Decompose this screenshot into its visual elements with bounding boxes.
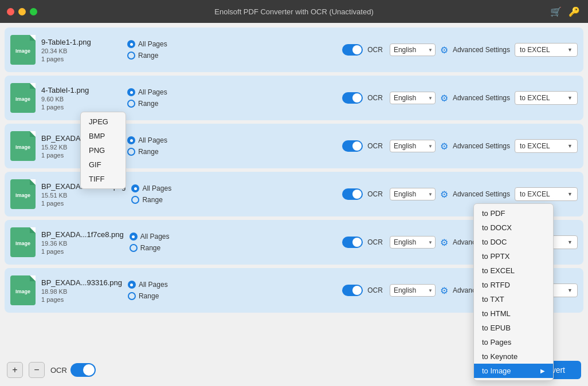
format-dropdown-menu[interactable]: to PDFto DOCXto DOCto PPTXto EXCELto RTF… [473, 203, 554, 381]
menu-item-to-pages[interactable]: to Pages [474, 335, 553, 349]
all-pages-option-0[interactable]: All Pages [127, 40, 179, 48]
range-option-3[interactable]: Range [131, 196, 183, 204]
file-pages-0: 1 pages [41, 56, 121, 62]
menu-item-to-pdf[interactable]: to PDF [474, 206, 553, 220]
all-pages-label-0: All Pages [138, 40, 167, 48]
ocr-toggle-3[interactable] [342, 188, 363, 200]
submenu-item-bmp[interactable]: BMP [81, 129, 126, 143]
menu-item-label: to TXT [482, 295, 504, 304]
bottom-ocr-control: OCR [50, 363, 96, 377]
file-info-5: BP_EXADA...93316.png 18.98 KB 1 pages [41, 278, 122, 303]
all-pages-option-3[interactable]: All Pages [131, 184, 183, 192]
all-pages-radio-3[interactable] [131, 184, 139, 192]
menu-item-to-rtfd[interactable]: to RTFD [474, 278, 553, 292]
advanced-settings-2[interactable]: Advanced Settings [453, 142, 510, 150]
remove-button[interactable]: − [29, 362, 45, 378]
gear-icon-1[interactable]: ⚙ [440, 93, 448, 104]
gear-icon-0[interactable]: ⚙ [440, 45, 448, 56]
language-dropdown-1[interactable]: English [390, 92, 436, 104]
all-pages-radio-0[interactable] [127, 40, 135, 48]
file-pages-3: 1 pages [41, 200, 126, 207]
language-dropdown-4[interactable]: English [390, 236, 436, 249]
range-radio-1[interactable] [127, 100, 135, 108]
range-option-0[interactable]: Range [127, 52, 179, 60]
file-icon-label-1: Image [15, 96, 30, 102]
menu-item-to-image[interactable]: to Image▶ [474, 364, 553, 378]
menu-item-to-html[interactable]: to HTML [474, 306, 553, 321]
app-title: Enolsoft PDF Converter with OCR (Unactiv… [214, 7, 373, 16]
close-button[interactable] [7, 8, 14, 15]
all-pages-option-5[interactable]: All Pages [128, 281, 179, 289]
all-pages-radio-1[interactable] [127, 88, 135, 96]
menu-item-to-epub[interactable]: to EPUB [474, 321, 553, 335]
ocr-toggle-4[interactable] [342, 237, 363, 248]
submenu-item-tiff[interactable]: TIFF [81, 172, 126, 186]
file-info-1: 4-TableI-1.png 9.60 KB 1 pages [41, 86, 121, 111]
gear-icon-2[interactable]: ⚙ [440, 141, 448, 152]
range-label-1: Range [138, 100, 158, 108]
range-radio-5[interactable] [128, 292, 136, 300]
page-options-2: All Pages Range [127, 136, 179, 156]
advanced-settings-1[interactable]: Advanced Settings [453, 94, 510, 102]
ocr-label-2: OCR [367, 142, 383, 150]
gear-icon-5[interactable]: ⚙ [440, 285, 448, 296]
range-radio-3[interactable] [131, 196, 139, 204]
ocr-toggle-2[interactable] [342, 140, 363, 152]
submenu-item-jpeg[interactable]: JPEG [81, 115, 126, 129]
format-button-2[interactable]: to EXCEL [515, 139, 578, 153]
ocr-toggle-main[interactable] [70, 363, 96, 377]
language-dropdown-5[interactable]: English [390, 284, 436, 297]
all-pages-radio-5[interactable] [128, 281, 136, 289]
range-label-3: Range [142, 196, 162, 204]
cart-icon[interactable]: 🛒 [550, 6, 562, 17]
all-pages-radio-4[interactable] [130, 233, 138, 241]
format-button-3[interactable]: to EXCEL [515, 187, 578, 201]
add-button[interactable]: + [7, 362, 23, 378]
ocr-toggle-5[interactable] [342, 285, 363, 296]
all-pages-radio-2[interactable] [127, 136, 135, 144]
range-option-4[interactable]: Range [130, 244, 181, 252]
submenu-item-png[interactable]: PNG [81, 143, 126, 157]
range-option-5[interactable]: Range [128, 292, 179, 300]
language-dropdown-0[interactable]: English [390, 44, 436, 56]
menu-item-label: to EXCEL [482, 266, 515, 275]
range-option-1[interactable]: Range [127, 100, 179, 108]
range-radio-0[interactable] [127, 52, 135, 60]
minimize-button[interactable] [18, 8, 26, 15]
file-name-1: 4-TableI-1.png [41, 86, 121, 94]
file-controls-3: OCR English ⚙ Advanced Settings to EXCEL [342, 187, 578, 201]
image-submenu[interactable]: JPEGBMPPNGGIFTIFF [80, 112, 126, 189]
all-pages-option-4[interactable]: All Pages [130, 233, 181, 241]
menu-item-to-keynote[interactable]: to Keynote [474, 349, 553, 364]
menu-item-label: to Pages [482, 338, 511, 346]
key-icon[interactable]: 🔑 [569, 6, 580, 17]
file-info-4: BP_EXADA...1f7ce8.png 19.36 KB 1 pages [41, 230, 124, 255]
window-controls[interactable] [7, 8, 37, 15]
language-dropdown-3[interactable]: English [390, 188, 436, 200]
format-button-1[interactable]: to EXCEL [515, 91, 578, 105]
all-pages-label-5: All Pages [139, 281, 168, 289]
maximize-button[interactable] [30, 8, 37, 15]
menu-item-label: to Keynote [482, 352, 518, 361]
all-pages-option-2[interactable]: All Pages [127, 136, 179, 144]
menu-item-to-txt[interactable]: to TXT [474, 292, 553, 306]
all-pages-option-1[interactable]: All Pages [127, 88, 179, 96]
menu-item-to-excel[interactable]: to EXCEL [474, 263, 553, 278]
range-radio-2[interactable] [127, 148, 135, 156]
ocr-toggle-0[interactable] [342, 44, 363, 56]
gear-icon-4[interactable]: ⚙ [440, 237, 448, 248]
menu-item-to-pptx[interactable]: to PPTX [474, 249, 553, 263]
file-icon-2: Image [10, 131, 36, 161]
ocr-toggle-1[interactable] [342, 92, 363, 104]
file-size-4: 19.36 KB [41, 240, 124, 247]
range-option-2[interactable]: Range [127, 148, 179, 156]
format-button-0[interactable]: to EXCEL [515, 43, 578, 57]
submenu-item-gif[interactable]: GIF [81, 157, 126, 172]
range-radio-4[interactable] [130, 244, 138, 252]
language-dropdown-2[interactable]: English [390, 140, 436, 152]
menu-item-to-docx[interactable]: to DOCX [474, 220, 553, 235]
advanced-settings-3[interactable]: Advanced Settings [453, 190, 510, 198]
gear-icon-3[interactable]: ⚙ [440, 189, 448, 200]
advanced-settings-0[interactable]: Advanced Settings [453, 46, 510, 54]
menu-item-to-doc[interactable]: to DOC [474, 235, 553, 249]
